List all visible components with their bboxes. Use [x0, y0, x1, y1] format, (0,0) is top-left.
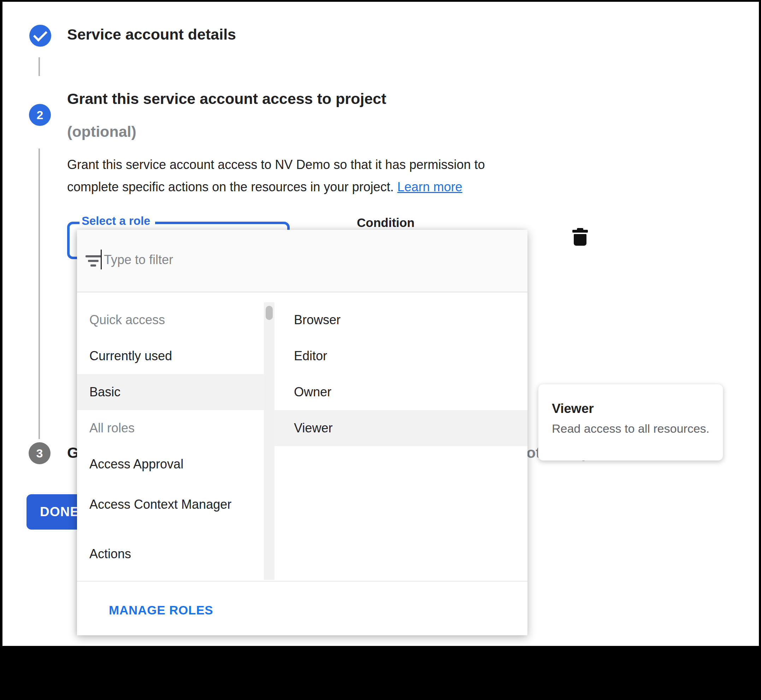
delete-role-trash-icon[interactable] — [572, 228, 588, 246]
step2-number: 2 — [37, 108, 44, 122]
step2-description-line1: Grant this service account access to NV … — [67, 157, 485, 172]
right-list-item-owner[interactable]: Owner — [274, 374, 527, 410]
left-list-scrollbar-track[interactable] — [264, 302, 274, 580]
condition-label: Condition — [357, 216, 415, 230]
trash-lid — [572, 230, 588, 233]
left-list-item-access-approval[interactable]: Access Approval — [77, 446, 264, 482]
select-role-label: Select a role — [80, 214, 155, 228]
viewer-role-tooltip: Viewer Read access to all resources. — [538, 384, 723, 461]
left-list-item-basic-selected[interactable]: Basic — [77, 374, 264, 410]
filter-list-icon — [86, 255, 101, 267]
step1-complete-icon — [29, 25, 51, 47]
trash-body — [574, 234, 586, 246]
stepper-connector-line — [39, 57, 40, 76]
left-list-header-quick-access: Quick access — [77, 302, 264, 338]
manage-roles-button[interactable]: MANAGE ROLES — [109, 603, 213, 617]
right-list-item-viewer-selected[interactable]: Viewer — [274, 410, 527, 446]
right-list-item-editor[interactable]: Editor — [274, 338, 527, 374]
step2-description-line2: complete specific actions on the resourc… — [67, 180, 462, 194]
learn-more-link[interactable]: Learn more — [397, 180, 462, 194]
step3-number: 3 — [36, 447, 43, 460]
left-list-scrollbar-thumb[interactable] — [266, 306, 273, 320]
role-picker-dropdown: Type to filter Quick access Currently us… — [77, 230, 527, 635]
text-cursor — [101, 250, 102, 269]
step2-title: Grant this service account access to pro… — [67, 90, 386, 108]
step2-badge: 2 — [29, 104, 51, 126]
step2-title-optional: (optional) — [67, 123, 136, 141]
check-icon — [33, 27, 47, 41]
right-list-item-browser[interactable]: Browser — [274, 302, 527, 338]
step1-title: Service account details — [67, 26, 236, 43]
stepper-connector-line — [39, 148, 40, 439]
left-list-item-actions[interactable]: Actions — [77, 536, 264, 572]
filter-placeholder: Type to filter — [104, 252, 173, 267]
left-list-item-access-context-manager[interactable]: Access Context Manager — [77, 478, 264, 531]
panel-footer-divider — [77, 581, 527, 581]
left-list-header-all-roles: All roles — [77, 410, 264, 446]
left-list-item-currently-used[interactable]: Currently used — [77, 338, 264, 374]
step3-badge: 3 — [29, 442, 50, 464]
tooltip-description: Read access to all resources. — [552, 422, 710, 436]
tooltip-title: Viewer — [552, 401, 710, 416]
role-filter-input[interactable]: Type to filter — [77, 230, 527, 292]
